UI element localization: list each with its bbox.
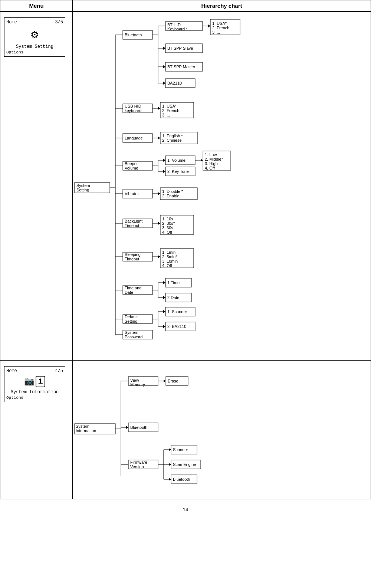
bt-sysinfo-node: Bluetooth [130,425,147,430]
vol-opt2: 2. Middle* [205,157,223,161]
section1-right: System Setting Bluetooth [73,12,371,360]
scanner-icon: 📷 [24,377,34,387]
device-label-1: System Setting [6,44,63,49]
usb-hid-node: USB HID [125,104,141,108]
svg-marker-36 [163,159,165,162]
bluetooth-node: Bluetooth [125,33,142,37]
ba2110-default: 2. BA2110 [167,324,186,329]
backlight-node: BackLight [125,219,142,223]
beeper-node-b: Volume [125,166,138,170]
lang-opt1: 1. English * [162,134,183,138]
header-hierarchy: Hierarchy chart [73,0,371,12]
syspwd-node-b: Password [125,335,142,339]
fw-scanner-node: Scanner [173,447,188,452]
vib-opt1: 1. Disable * [162,189,183,194]
section1-left: Home 3/5 ⚙ System Setting Options [0,12,73,360]
default-node-b: Setting [125,319,137,323]
svg-marker-103 [169,478,171,481]
beeper-node: Beeper [125,161,138,166]
svg-marker-10 [208,24,210,27]
svg-marker-24 [158,107,160,110]
root-node-1b: Setting [76,188,89,192]
device-home-label-1: Home [6,20,17,25]
chart-svg-1: System Setting Bluetooth [73,12,366,359]
bt-hid-node-b: Keyboard * [167,27,188,31]
chart-svg-2: System Information View Memory Erase [73,361,366,498]
svg-marker-67 [163,296,165,299]
bt-spp-slave: BT SPP Slave [167,46,193,50]
scanner-node: 1. Scanner [167,309,187,314]
bl-opt2: 2. 30s* [162,221,175,226]
device-label-2: System Information [6,390,63,395]
svg-marker-16 [163,65,165,68]
svg-marker-13 [163,47,165,50]
svg-marker-90 [126,426,128,429]
device-options-2: Options [6,395,63,400]
section2-table: Home 4/5 📷 i System Information Options [0,360,371,499]
svg-marker-39 [201,159,203,162]
gear-icon: ⚙ [31,27,38,42]
timedate-node-b: Date [125,290,133,295]
svg-marker-74 [163,310,165,313]
vib-opt2: 2. Enable [162,194,179,198]
device-top-row-1: Home 3/5 [6,20,63,25]
sl-opt1: 1. 1min [162,250,175,254]
vol-opt4: 4. Off [205,166,215,170]
bl-opt3: 3. 60s [162,226,173,230]
svg-marker-57 [158,255,160,258]
bt-spp-master: BT SPP Master [167,65,196,69]
svg-marker-42 [163,170,165,173]
device-page-2: 4/5 [55,368,63,374]
svg-marker-29 [158,137,160,139]
section1-table: Home 3/5 ⚙ System Setting Options System [0,12,371,360]
fw-scanengine-node: Scan Engine [173,462,196,467]
svg-marker-47 [158,192,160,195]
svg-marker-87 [164,380,166,382]
bt-hid-opt2: 2. French [212,26,229,30]
page-number: 14 [0,499,371,520]
usb-opt3: 3. ... [162,113,170,117]
usb-hid-node-b: keyboard [125,108,141,113]
device-page-1: 3/5 [55,20,63,25]
time-node: 1.Time [167,280,180,285]
firmware-node: Firmware [130,460,147,464]
device-panel-1: Home 3/5 ⚙ System Setting Options [4,17,65,57]
firmware-node-b: Version [130,464,144,469]
device-panel-2: Home 4/5 📷 i System Information Options [4,366,65,402]
info-icon: i [36,376,45,387]
section2-right: System Information View Memory Erase [73,361,371,499]
backlight-node-b: Timeout [125,223,139,228]
device-home-label-2: Home [6,368,17,374]
date-node: 2.Date [167,295,179,300]
erase-node: Erase [168,379,178,383]
sysinfo-node-b: Information [76,428,96,433]
volume-node: 1. Volume [167,158,186,162]
language-node: Language [125,136,143,140]
svg-marker-19 [163,82,165,85]
keytone-node: 2. Key Tone [167,169,189,174]
header-menu: Menu [0,0,73,12]
usb-opt1: 1. USA* [162,104,177,108]
sl-opt3: 3. 10min [162,259,178,263]
sl-opt4: 4. Off [162,263,173,268]
ba2110-node: BA2110 [167,81,182,85]
bl-opt1: 1. 10s [162,217,173,221]
sleeping-node: Sleeping [125,252,141,257]
bl-opt4: 4. Off [162,230,173,234]
svg-marker-77 [163,325,165,328]
device-options-1: Options [6,50,63,55]
device-icon-area-2: 📷 i [6,376,63,387]
svg-marker-100 [169,463,171,466]
default-node: Default [125,315,138,319]
viewmem-node: View [130,378,139,382]
header-table: Menu Hierarchy chart [0,0,371,12]
fw-bt-node: Bluetooth [173,477,190,482]
bt-hid-opt1: 1. USA* [212,21,227,26]
bt-hid-opt3: 3. ... [212,30,220,35]
root-node-1: System [76,183,90,188]
sysinfo-node: System [76,424,89,428]
usb-opt2: 2. French [162,108,179,113]
sl-opt2: 2. 5min* [162,254,177,259]
device-top-row-2: Home 4/5 [6,368,63,374]
svg-marker-97 [169,448,171,451]
